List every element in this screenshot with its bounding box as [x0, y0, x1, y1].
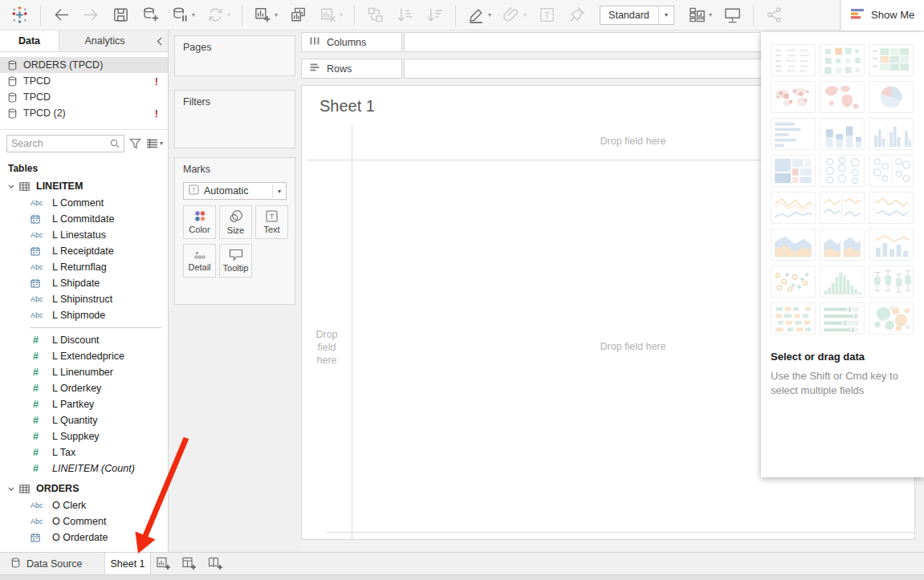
toolbar-separator	[455, 5, 456, 26]
number-field-icon: #	[31, 383, 47, 394]
view-options-icon[interactable]: ▾	[146, 139, 163, 148]
save-icon[interactable]	[108, 3, 134, 27]
toolbar-separator	[354, 5, 355, 26]
datasource-item[interactable]: TPCD (2)!	[0, 105, 168, 121]
field-item[interactable]: L Commitdate	[0, 211, 168, 227]
tableau-logo[interactable]	[6, 3, 33, 27]
datasource-item[interactable]: TPCD	[0, 89, 168, 105]
table-icon	[19, 485, 30, 493]
search-input[interactable]	[11, 138, 110, 149]
pause-updates-icon[interactable]: ▾	[167, 3, 199, 27]
dimension-measure-divider	[31, 327, 161, 328]
new-story-button[interactable]	[202, 553, 228, 574]
pages-label: Pages	[183, 42, 211, 53]
add-data-icon[interactable]	[137, 3, 164, 27]
share-icon	[761, 3, 788, 27]
tab-data-source[interactable]: Data Source	[0, 553, 105, 574]
new-dashboard-button[interactable]	[177, 553, 202, 574]
field-item[interactable]: #L Suppkey	[0, 428, 168, 444]
showme-horizontal-bars	[771, 118, 816, 150]
marks-size-button[interactable]: Size	[219, 205, 252, 239]
field-item[interactable]: AbcL Linestatus	[0, 227, 168, 243]
marks-color-button[interactable]: Color	[183, 205, 216, 239]
marks-text-button[interactable]: TText	[255, 205, 288, 239]
marks-tooltip-button[interactable]: Tooltip	[219, 244, 252, 278]
mark-type-dropdown[interactable]: T Automatic ▾	[183, 182, 287, 200]
tab-analytics-label: Analytics	[84, 35, 124, 47]
sheet-tab-label: Sheet 1	[110, 558, 145, 570]
datasource-name: TPCD (2)	[23, 107, 149, 119]
drop-hint-line: field	[302, 341, 352, 354]
svg-text:T: T	[192, 186, 196, 193]
field-item[interactable]: #L Tax	[0, 444, 168, 460]
field-item[interactable]: #L Discount	[0, 332, 168, 348]
fit-selector[interactable]: Standard▾	[600, 6, 674, 25]
new-worksheet-icon[interactable]: ▾	[250, 3, 282, 27]
field-item[interactable]: AbcL Returnflag	[0, 259, 168, 275]
highlight-icon[interactable]: ▾	[463, 3, 495, 27]
presentation-mode-icon[interactable]	[719, 3, 746, 27]
field-name: L Shipinstruct	[52, 294, 112, 305]
field-item[interactable]: AbcL Shipinstruct	[0, 291, 168, 307]
toolbar-separator	[40, 5, 41, 26]
show-me-button[interactable]: Show Me	[841, 0, 924, 30]
marks-buttons: ColorSizeTTextDetailTooltip	[183, 205, 287, 278]
toolbar-items: ▾▾▾▾▾▾TStandard▾▾	[0, 0, 789, 30]
number-field-icon: #	[31, 415, 47, 426]
marks-detail-button[interactable]: Detail	[183, 244, 216, 278]
field-item[interactable]: L Receiptdate	[0, 243, 168, 259]
drop-zone-rows[interactable]: Drop field here	[302, 328, 352, 367]
field-item[interactable]: #L Orderkey	[0, 380, 168, 396]
drop-hint-line: Drop	[302, 328, 352, 341]
pages-shelf[interactable]: Pages	[174, 35, 295, 76]
show-me-footer: Select or drag data Use the Shift or Cmd…	[771, 351, 924, 398]
detail-icon	[193, 250, 206, 260]
table-group-orders[interactable]: ORDERS	[0, 480, 168, 497]
tab-sheet-1[interactable]: Sheet 1	[105, 553, 151, 574]
field-item[interactable]: #L Partkey	[0, 396, 168, 412]
field-item[interactable]: O Orderdate	[0, 529, 168, 546]
field-item[interactable]: AbcO Clerk	[0, 497, 168, 513]
showme-lines-discrete	[820, 192, 865, 224]
showme-gantt	[771, 302, 816, 335]
field-item[interactable]: AbcO Comment	[0, 513, 168, 529]
chevron-down-icon: ▾	[272, 185, 281, 198]
field-item[interactable]: AbcL Shipmode	[0, 307, 168, 323]
datasource-item[interactable]: TPCD!	[0, 73, 168, 89]
date-field-icon	[31, 214, 47, 224]
chevron-down-icon[interactable]	[8, 487, 14, 491]
field-item[interactable]: #L Extendedprice	[0, 348, 168, 364]
search-icon	[110, 139, 120, 148]
filter-fields-icon[interactable]	[129, 138, 141, 149]
datasource-name: TPCD	[23, 91, 161, 103]
number-field-icon: #	[31, 463, 47, 474]
showme-treemap	[771, 155, 816, 187]
tab-data[interactable]: Data	[0, 30, 59, 51]
new-worksheet-button[interactable]	[151, 553, 177, 574]
table-group-lineitem[interactable]: LINEITEM	[0, 177, 168, 195]
field-item[interactable]: #LINEITEM (Count)	[0, 460, 168, 477]
toolbar: ▾▾▾▾▾▾TStandard▾▾ Show Me	[0, 0, 924, 30]
tables-heading: Tables	[8, 163, 160, 174]
chevron-down-icon[interactable]	[8, 185, 14, 189]
showme-box-and-whisker	[869, 266, 914, 298]
show-me-grid	[771, 44, 924, 335]
field-item[interactable]: L Shipdate	[0, 275, 168, 291]
field-item[interactable]: #L Quantity	[0, 412, 168, 428]
show-hide-cards-icon[interactable]: ▾	[684, 3, 716, 27]
marks-card: Marks T Automatic ▾ ColorSizeTTextDetail…	[174, 157, 295, 305]
tab-analytics[interactable]: Analytics	[59, 30, 150, 51]
field-name: O Clerk	[52, 500, 86, 511]
back-arrow[interactable]	[48, 3, 75, 27]
showme-pie-chart	[869, 81, 914, 113]
collapse-pane-icon[interactable]	[150, 30, 168, 51]
date-field-icon	[31, 278, 47, 288]
field-item[interactable]: AbcL Comment	[0, 195, 168, 211]
datasource-item[interactable]: ORDERS (TPCD)	[0, 57, 168, 73]
duplicate-sheet-icon[interactable]	[285, 3, 311, 27]
filters-shelf[interactable]: Filters	[174, 90, 295, 148]
field-name: L Partkey	[52, 399, 94, 410]
data-pane: Data Analytics ORDERS (TPCD)TPCD!TPCDTPC…	[0, 30, 169, 552]
text-field-icon: Abc	[31, 231, 47, 239]
field-item[interactable]: #L Linenumber	[0, 364, 168, 380]
